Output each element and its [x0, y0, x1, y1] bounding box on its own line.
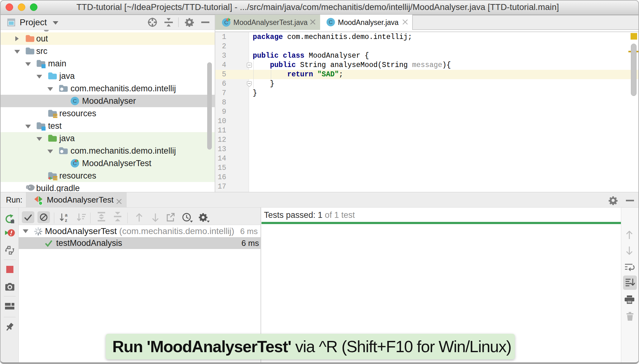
svg-text:a: a: [65, 213, 68, 218]
svg-text:C: C: [329, 19, 333, 25]
svg-text:z: z: [65, 218, 67, 222]
svg-text:C: C: [73, 98, 77, 104]
